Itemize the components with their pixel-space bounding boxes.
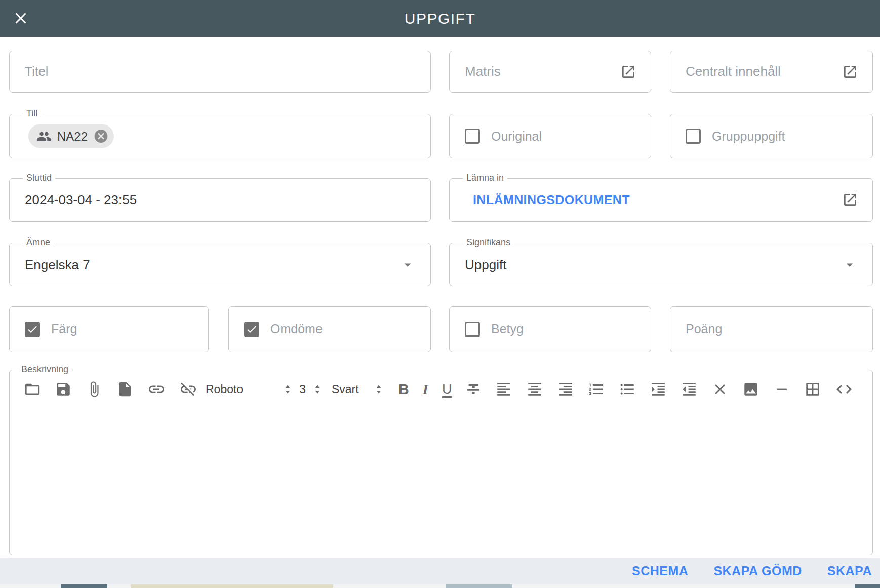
- attach-file-icon[interactable]: [86, 381, 103, 398]
- image-icon[interactable]: [742, 381, 759, 398]
- amne-value: Engelska 7: [25, 243, 90, 286]
- code-icon[interactable]: [835, 380, 853, 398]
- bold-button[interactable]: B: [398, 382, 409, 397]
- dropdown-caret-icon: [842, 257, 857, 272]
- gruppuppgift-field[interactable]: Gruppuppgift: [670, 114, 873, 158]
- clear-format-icon[interactable]: [711, 381, 729, 398]
- table-icon[interactable]: [804, 381, 821, 398]
- align-left-icon[interactable]: [495, 381, 512, 398]
- unfold-arrows-icon[interactable]: [311, 383, 324, 395]
- ouriginal-checkbox[interactable]: [465, 129, 480, 144]
- align-right-icon[interactable]: [557, 381, 574, 398]
- align-center-icon[interactable]: [526, 381, 543, 398]
- background-fragment: [131, 584, 333, 588]
- background-fragment: [446, 584, 512, 588]
- dropdown-caret-icon: [400, 257, 415, 272]
- unfold-arrows-icon[interactable]: [373, 383, 385, 395]
- open-in-new-icon: [620, 64, 636, 80]
- background-fragment: [61, 584, 107, 588]
- unordered-list-icon[interactable]: [619, 381, 636, 398]
- signifikans-select[interactable]: Signifikans Uppgift: [449, 243, 873, 286]
- description-editor[interactable]: [10, 404, 872, 555]
- omdome-field[interactable]: Omdöme: [228, 306, 431, 352]
- background-fragment: [855, 584, 880, 588]
- open-in-new-icon: [842, 64, 858, 80]
- gruppuppgift-checkbox[interactable]: [686, 129, 701, 144]
- chip-remove-icon[interactable]: [93, 129, 109, 144]
- ouriginal-label: Ouriginal: [491, 129, 542, 144]
- horizontal-rule-icon[interactable]: [773, 381, 790, 398]
- till-label: Till: [23, 108, 41, 119]
- dialog-title: UPPGIFT: [0, 0, 880, 37]
- indent-increase-icon[interactable]: [650, 381, 667, 398]
- sluttid-field[interactable]: Sluttid 2024-03-04 - 23:55: [9, 178, 431, 222]
- poang-input[interactable]: [670, 307, 872, 352]
- font-size-select[interactable]: 3: [299, 383, 306, 396]
- matris-label: Matris: [465, 51, 501, 92]
- unfold-arrows-icon[interactable]: [282, 383, 294, 395]
- amne-select[interactable]: Ämne Engelska 7: [9, 243, 431, 286]
- indent-decrease-icon[interactable]: [681, 381, 698, 398]
- open-in-new-icon[interactable]: [842, 192, 858, 208]
- matris-button[interactable]: Matris: [449, 51, 651, 93]
- centralt-innehall-label: Centralt innehåll: [686, 51, 781, 92]
- signifikans-value: Uppgift: [465, 243, 506, 286]
- italic-button[interactable]: I: [423, 382, 428, 397]
- dialog-header: UPPGIFT: [0, 0, 880, 37]
- document-icon[interactable]: [116, 381, 134, 398]
- poang-field[interactable]: [670, 306, 873, 352]
- beskrivning-field: Beskrivning Roboto 3 Svart: [9, 370, 873, 555]
- farg-checkbox[interactable]: [25, 322, 40, 337]
- unlink-icon[interactable]: [179, 380, 197, 398]
- save-icon[interactable]: [55, 381, 72, 398]
- schema-button[interactable]: SCHEMA: [632, 564, 688, 578]
- betyg-field[interactable]: Betyg: [449, 306, 651, 352]
- people-group-icon: [36, 129, 52, 144]
- link-icon[interactable]: [147, 380, 166, 398]
- farg-field[interactable]: Färg: [9, 306, 209, 352]
- ouriginal-field[interactable]: Ouriginal: [449, 114, 651, 158]
- omdome-label: Omdöme: [270, 322, 323, 337]
- centralt-innehall-button[interactable]: Centralt innehåll: [670, 51, 873, 93]
- dialog-footer: SCHEMA SKAPA GÖMD SKAPA: [0, 558, 880, 584]
- gruppuppgift-label: Gruppuppgift: [712, 129, 785, 144]
- sluttid-value: 2024-03-04 - 23:55: [25, 179, 137, 221]
- font-family-select[interactable]: Roboto: [206, 383, 243, 396]
- ordered-list-icon[interactable]: [588, 381, 605, 398]
- title-input[interactable]: [10, 51, 430, 92]
- background-page-strip: [0, 584, 880, 588]
- omdome-checkbox[interactable]: [244, 322, 259, 337]
- skapa-button[interactable]: SKAPA: [827, 564, 872, 578]
- recipient-chip[interactable]: NA22: [28, 124, 114, 148]
- lamna-in-field[interactable]: Lämna in INLÄMNINGSDOKUMENT: [449, 178, 873, 222]
- title-field[interactable]: [9, 51, 431, 93]
- editor-toolbar: Roboto 3 Svart B I U: [10, 370, 872, 403]
- underline-button[interactable]: U: [442, 383, 452, 396]
- chip-label: NA22: [57, 129, 88, 143]
- farg-label: Färg: [51, 322, 77, 337]
- font-color-select[interactable]: Svart: [332, 383, 359, 396]
- strikethrough-icon[interactable]: [465, 381, 482, 397]
- skapa-gomd-button[interactable]: SKAPA GÖMD: [713, 564, 802, 578]
- till-field[interactable]: Till NA22: [9, 114, 431, 158]
- betyg-label: Betyg: [491, 322, 524, 337]
- betyg-checkbox[interactable]: [465, 322, 480, 337]
- folder-icon[interactable]: [24, 381, 41, 398]
- inlamningsdokument-link[interactable]: INLÄMNINGSDOKUMENT: [473, 179, 630, 221]
